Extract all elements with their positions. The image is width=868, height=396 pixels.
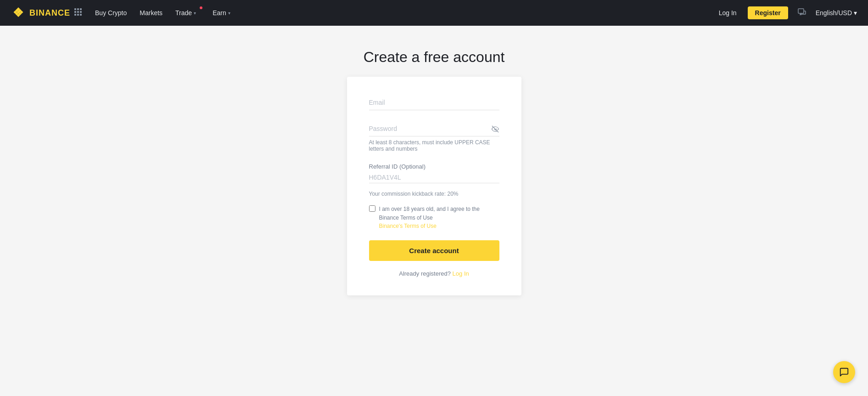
referral-section: Referral ID (Optional) H6DA1V4L xyxy=(369,163,499,183)
device-icon[interactable] xyxy=(795,7,808,19)
binance-logo-text: BINANCE xyxy=(29,8,70,18)
registration-form-card: At least 8 characters, must include UPPE… xyxy=(347,77,521,295)
nav-item-markets[interactable]: Markets xyxy=(134,0,168,26)
svg-rect-0 xyxy=(74,8,76,10)
svg-rect-1 xyxy=(77,8,79,10)
email-input[interactable] xyxy=(369,95,499,110)
binance-logo-icon xyxy=(11,6,26,20)
earn-chevron: ▾ xyxy=(228,11,230,16)
password-hint: At least 8 characters, must include UPPE… xyxy=(369,139,499,152)
terms-link[interactable]: Binance's Terms of Use xyxy=(379,223,499,229)
language-selector[interactable]: English/USD ▾ xyxy=(816,9,857,17)
navbar-left: BINANCE Buy Crypto Markets xyxy=(11,0,715,26)
svg-rect-5 xyxy=(80,11,82,13)
already-login-link[interactable]: Log In xyxy=(453,270,469,277)
terms-checkbox[interactable] xyxy=(369,205,375,212)
email-field-group xyxy=(369,95,499,110)
terms-text: I am over 18 years old, and I agree to t… xyxy=(379,204,499,229)
svg-rect-6 xyxy=(74,14,76,16)
navbar-right: Log In Register English/USD ▾ xyxy=(715,6,857,19)
nav-links: Buy Crypto Markets Trade ▾ Earn ▾ xyxy=(90,0,236,26)
svg-rect-3 xyxy=(74,11,76,13)
grid-icon[interactable] xyxy=(74,8,82,18)
trade-chevron: ▾ xyxy=(194,11,196,16)
referral-label: Referral ID (Optional) xyxy=(369,163,499,170)
password-field-group: At least 8 characters, must include UPPE… xyxy=(369,121,499,152)
commission-text: Your commission kickback rate: 20% xyxy=(369,191,499,197)
trade-dot xyxy=(200,6,202,9)
svg-rect-9 xyxy=(798,9,804,13)
terms-checkbox-label[interactable]: I am over 18 years old, and I agree to t… xyxy=(379,206,480,221)
nav-item-earn[interactable]: Earn ▾ xyxy=(207,0,236,26)
password-wrapper xyxy=(369,121,499,136)
toggle-password-icon[interactable] xyxy=(491,125,499,135)
svg-rect-4 xyxy=(77,11,79,13)
lang-chevron-icon: ▾ xyxy=(854,9,857,17)
password-input[interactable] xyxy=(369,121,499,136)
svg-rect-7 xyxy=(77,14,79,16)
create-account-button[interactable]: Create account xyxy=(369,240,499,261)
svg-rect-8 xyxy=(80,14,82,16)
referral-value: H6DA1V4L xyxy=(369,172,499,183)
already-registered-section: Already registered? Log In xyxy=(369,270,499,277)
register-button[interactable]: Register xyxy=(748,6,788,19)
svg-rect-2 xyxy=(80,8,82,10)
login-button[interactable]: Log In xyxy=(715,9,740,17)
page-content: Create a free account At least 8 charact… xyxy=(0,0,868,396)
nav-item-trade[interactable]: Trade ▾ xyxy=(170,0,205,26)
page-title: Create a free account xyxy=(364,49,505,66)
terms-checkbox-row: I am over 18 years old, and I agree to t… xyxy=(369,204,499,229)
chat-icon xyxy=(839,367,849,377)
already-registered-text: Already registered? xyxy=(399,270,451,277)
binance-logo[interactable]: BINANCE xyxy=(11,6,70,20)
chat-button[interactable] xyxy=(833,361,855,383)
navbar: BINANCE Buy Crypto Markets xyxy=(0,0,868,26)
nav-item-buy-crypto[interactable]: Buy Crypto xyxy=(90,0,132,26)
